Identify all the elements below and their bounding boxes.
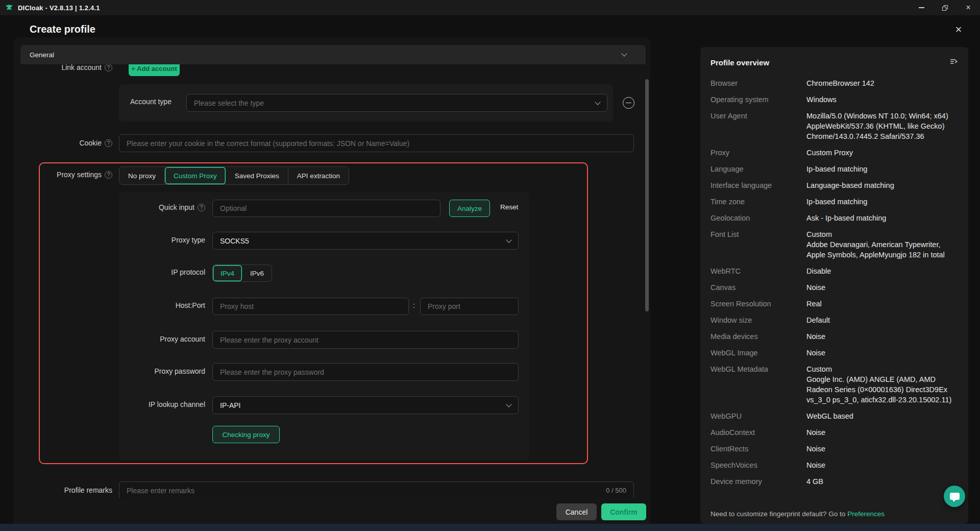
help-icon[interactable]: ? xyxy=(105,171,112,179)
ip-protocol-option[interactable]: IPv4 xyxy=(213,265,242,281)
proxy-port-input[interactable]: Proxy port xyxy=(420,298,519,315)
dialog-footer: Cancel Confirm xyxy=(13,503,650,524)
remove-account-button[interactable] xyxy=(623,97,634,109)
minimize-icon xyxy=(919,7,924,8)
analyze-button[interactable]: Analyze xyxy=(449,200,490,217)
overview-row: Time zone Ip-based matching xyxy=(710,197,958,207)
chevron-down-icon xyxy=(595,99,600,105)
reset-button[interactable]: Reset xyxy=(500,203,518,211)
link-account-label: Link account ? xyxy=(13,64,112,71)
restore-button[interactable] xyxy=(933,0,957,15)
proxy-password-label: Proxy password xyxy=(119,367,205,375)
overview-rows: Browser ChromeBrowser 142 Operating syst… xyxy=(710,78,958,487)
custom-proxy-panel: Quick input ? Optional Analyze Reset Pro… xyxy=(119,192,529,461)
overview-row: SpeechVoices Noise xyxy=(710,460,958,470)
cookie-label: Cookie ? xyxy=(13,139,112,147)
overview-row-value: Ip-based matching xyxy=(806,164,958,174)
overview-row: Operating system Windows xyxy=(710,94,958,105)
overview-row-label: ClientRects xyxy=(710,444,806,454)
host-port-label: Host:Port xyxy=(119,301,205,309)
collapse-panel-icon[interactable] xyxy=(949,57,958,68)
overview-row-label: Geolocation xyxy=(710,213,806,223)
chat-bubble-icon xyxy=(950,493,960,500)
overview-row-value: Custom Google Inc. (AMD) ANGLE (AMD, AMD… xyxy=(806,364,958,405)
overview-row: WebRTC Disable xyxy=(710,266,958,276)
overview-row-label: Interface language xyxy=(710,180,806,190)
proxy-mode-tab[interactable]: Saved Proxies xyxy=(226,167,288,184)
overview-row-value: Disable xyxy=(806,266,958,276)
account-type-select[interactable]: Please select the type xyxy=(186,94,607,112)
restore-icon xyxy=(942,5,948,11)
overview-row-label: Canvas xyxy=(710,282,806,293)
help-icon[interactable]: ? xyxy=(105,64,112,71)
overview-row: WebGL Metadata Custom Google Inc. (AMD) … xyxy=(710,364,958,405)
minimize-button[interactable] xyxy=(910,0,933,15)
overview-row-value: Noise xyxy=(806,427,958,438)
support-chat-button[interactable] xyxy=(944,486,965,507)
account-type-panel: Account type Please select the type xyxy=(119,84,613,122)
overview-row-value: Custom Adobe Devanagari, American Typewr… xyxy=(806,229,958,260)
proxy-mode-tabs: No proxyCustom ProxySaved ProxiesAPI ext… xyxy=(119,166,349,185)
create-profile-dialog: General Link account ? + Add account Acc… xyxy=(13,37,650,524)
overview-row-value: Noise xyxy=(806,282,958,293)
overview-row-value: Noise xyxy=(806,331,958,342)
overview-row-label: Device memory xyxy=(710,476,806,487)
ip-protocol-label: IP protocol xyxy=(119,268,205,276)
overview-row-value: Noise xyxy=(806,444,958,454)
dialog-close-button[interactable]: × xyxy=(951,22,966,37)
overview-row-value: ChromeBrowser 142 xyxy=(806,78,958,88)
overview-row: Screen Resolution Real xyxy=(710,299,958,309)
overview-row-label: WebRTC xyxy=(710,266,806,276)
proxy-type-label: Proxy type xyxy=(119,236,205,244)
cancel-button[interactable]: Cancel xyxy=(556,503,597,520)
quick-input-field[interactable]: Optional xyxy=(212,200,440,217)
cookie-input[interactable]: Please enter your cookie in the correct … xyxy=(119,134,634,152)
overview-row-label: Proxy xyxy=(710,148,806,158)
chevron-down-icon xyxy=(506,401,511,407)
chevron-down-icon xyxy=(506,237,511,243)
overview-row-value: Mozilla/5.0 (Windows NT 10.0; Win64; x64… xyxy=(806,111,958,141)
overview-row: Font List Custom Adobe Devanagari, Ameri… xyxy=(710,229,958,260)
overview-row-label: WebGL Metadata xyxy=(710,364,806,405)
overview-row-label: Font List xyxy=(710,229,806,260)
ip-protocol-option[interactable]: IPv6 xyxy=(242,265,272,281)
proxy-type-select[interactable]: SOCKS5 xyxy=(212,232,519,250)
help-icon[interactable]: ? xyxy=(198,204,205,211)
app-title: DICloak - V2.8.13 | 1.2.4.1 xyxy=(18,4,100,12)
overview-row: WebGPU WebGL based xyxy=(710,411,958,421)
ip-lookup-channel-label: IP lookup channel xyxy=(119,400,205,408)
overview-row-value: Ask - Ip-based matching xyxy=(806,213,958,223)
account-type-label: Account type xyxy=(130,98,174,106)
dialog-title: Create profile xyxy=(30,23,95,35)
add-account-button[interactable]: + Add account xyxy=(129,64,180,76)
proxy-host-input[interactable]: Proxy host xyxy=(212,298,409,315)
close-icon: × xyxy=(955,23,962,36)
overview-row-value: Real xyxy=(806,299,958,309)
overview-row: Window size Default xyxy=(710,315,958,325)
section-header-general[interactable]: General xyxy=(20,45,646,64)
help-icon[interactable]: ? xyxy=(105,139,112,147)
overview-row-value: Windows xyxy=(806,94,958,105)
section-label: General xyxy=(30,51,54,59)
overview-row-label: Screen Resolution xyxy=(710,299,806,309)
close-window-button[interactable]: × xyxy=(957,0,980,15)
proxy-mode-tab[interactable]: No proxy xyxy=(119,167,165,184)
proxy-password-input[interactable]: Please enter the proxy password xyxy=(212,363,519,381)
profile-remarks-input[interactable]: Please enter remarks 0 / 500 xyxy=(119,481,634,498)
checking-proxy-button[interactable]: Checking proxy xyxy=(212,426,280,443)
app-window: DICloak - V2.8.13 | 1.2.4.1 × Create pro… xyxy=(0,0,980,531)
preferences-link[interactable]: Preferences xyxy=(847,510,885,518)
proxy-account-input[interactable]: Please enter the proxy account xyxy=(212,331,519,349)
titlebar: DICloak - V2.8.13 | 1.2.4.1 × xyxy=(0,0,980,15)
profile-overview-title: Profile overview xyxy=(710,58,769,67)
overview-row: User Agent Mozilla/5.0 (Windows NT 10.0;… xyxy=(710,111,958,141)
overview-row-label: SpeechVoices xyxy=(710,460,806,470)
proxy-mode-tab[interactable]: API extraction xyxy=(288,167,349,184)
ip-lookup-channel-select[interactable]: IP-API xyxy=(212,396,519,414)
proxy-mode-tab[interactable]: Custom Proxy xyxy=(165,167,226,184)
overview-row-label: Language xyxy=(710,164,806,174)
overview-row-value: Language-based matching xyxy=(806,180,958,190)
overview-row-value: Default xyxy=(806,315,958,325)
dialog-scrollbar[interactable] xyxy=(645,79,649,311)
confirm-button[interactable]: Confirm xyxy=(601,503,646,520)
